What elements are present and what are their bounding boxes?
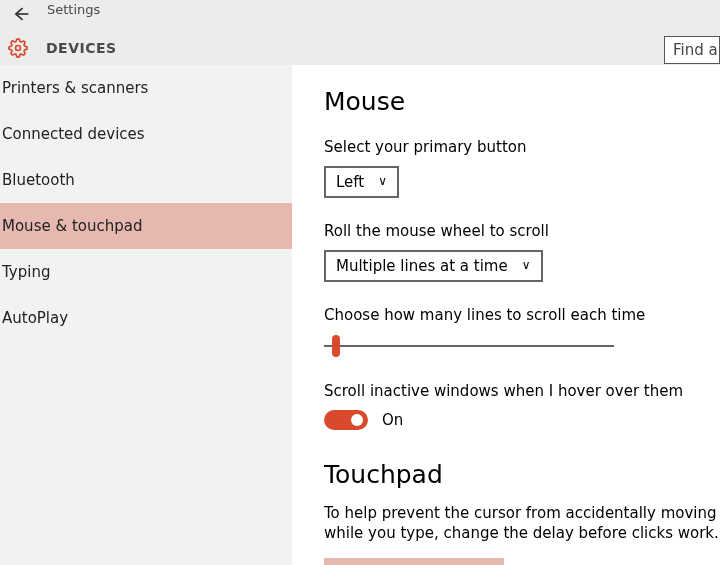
sidebar: Printers & scanners Connected devices Bl… (0, 65, 292, 565)
sidebar-item-bluetooth[interactable]: Bluetooth (0, 157, 292, 203)
primary-button-label: Select your primary button (324, 138, 720, 156)
inactive-windows-value: On (382, 411, 403, 429)
section-heading-mouse: Mouse (324, 87, 720, 116)
arrow-left-icon (10, 4, 30, 24)
toggle-knob (351, 414, 363, 426)
sidebar-item-autoplay[interactable]: AutoPlay (0, 295, 292, 341)
chevron-down-icon: ∨ (378, 174, 387, 188)
primary-button-select[interactable]: Left ∨ (324, 166, 399, 198)
sidebar-item-mouse-touchpad[interactable]: Mouse & touchpad (0, 203, 292, 249)
roll-wheel-select[interactable]: Multiple lines at a time ∨ (324, 250, 543, 282)
roll-wheel-value: Multiple lines at a time (336, 257, 508, 275)
inactive-windows-label: Scroll inactive windows when I hover ove… (324, 382, 720, 400)
sidebar-item-printers[interactable]: Printers & scanners (0, 65, 292, 111)
search-input[interactable]: Find a (664, 36, 720, 64)
touchpad-description: To help prevent the cursor from accident… (324, 503, 720, 544)
scroll-lines-label: Choose how many lines to scroll each tim… (324, 306, 720, 324)
sidebar-item-typing[interactable]: Typing (0, 249, 292, 295)
main-panel: Mouse Select your primary button Left ∨ … (292, 65, 720, 565)
slider-track (324, 345, 614, 347)
window-title: Settings (47, 2, 100, 17)
slider-thumb[interactable] (332, 335, 340, 357)
scroll-lines-slider[interactable] (324, 334, 614, 358)
header: Settings DEVICES Find a (0, 0, 720, 65)
sidebar-item-connected-devices[interactable]: Connected devices (0, 111, 292, 157)
category-title: DEVICES (46, 40, 117, 56)
svg-point-1 (16, 46, 21, 51)
section-heading-touchpad: Touchpad (324, 460, 720, 489)
back-button[interactable] (8, 4, 32, 28)
primary-button-value: Left (336, 173, 364, 191)
inactive-windows-toggle[interactable] (324, 410, 368, 430)
roll-wheel-label: Roll the mouse wheel to scroll (324, 222, 720, 240)
gear-icon (8, 38, 28, 58)
chevron-down-icon: ∨ (522, 258, 531, 272)
touchpad-delay-select[interactable]: No delay (always on) (324, 558, 504, 566)
